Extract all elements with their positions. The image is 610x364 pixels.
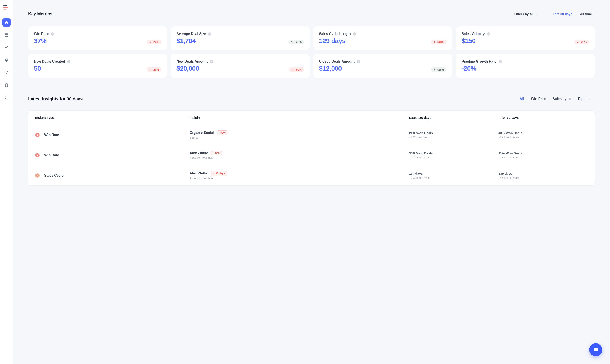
help-icon[interactable]: ? (487, 32, 490, 36)
row-prior-cell: 139 days 14 Closed Deals (498, 172, 588, 179)
prior-secondary: 14 Closed Deals (498, 156, 588, 159)
insight-title: Organic Social (190, 131, 214, 135)
insights-tabs: All Win Rate Sales cycle Pipeline (512, 95, 595, 103)
metric-delta: +40% (437, 40, 444, 44)
tab-win-rate[interactable]: Win Rate (528, 95, 549, 103)
nav-pie[interactable] (2, 56, 11, 64)
metric-card[interactable]: Average Deal Size ? $1,704 +25% (171, 26, 310, 50)
arrow-down-icon (149, 41, 151, 43)
arrow-down-icon (433, 41, 436, 43)
metric-card[interactable]: Win Rate ? 37% -22% (28, 26, 167, 50)
nav-home[interactable] (2, 18, 11, 27)
trend-icon (4, 45, 9, 50)
arrow-down-icon (292, 68, 294, 71)
insight-title: Alex Zlotko (190, 151, 208, 155)
row-type-cell: Sales Cycle (35, 173, 190, 178)
filter-by-ae[interactable]: Filters by AE (511, 10, 541, 17)
svg-rect-0 (5, 34, 8, 37)
calendar-icon (4, 33, 9, 37)
help-icon[interactable]: ? (51, 32, 54, 36)
report-icon (4, 70, 9, 75)
time-all-time[interactable]: All-time (577, 10, 595, 17)
row-insight-cell: Organic Social - 50% Source (190, 130, 409, 139)
metric-card[interactable]: Pipeline Growth Rate ? -20% (456, 54, 595, 78)
time-last-30[interactable]: Last 30 days (550, 10, 575, 17)
row-insight-cell: Alex Zlotko + 35 days Account Executive (190, 171, 409, 180)
metric-card[interactable]: New Deals Amount ? $20,000 -50% (171, 54, 310, 78)
insights-table: Insight Type Insight Latest 30 days Prio… (28, 110, 595, 186)
nav-trend[interactable] (2, 43, 11, 52)
row-type-label: Win Rate (44, 133, 59, 137)
help-icon[interactable]: ? (357, 60, 360, 63)
row-type-label: Sales Cycle (44, 174, 64, 178)
metric-value: 129 days (319, 37, 345, 44)
help-icon[interactable]: ? (208, 32, 212, 36)
trend-down-icon (35, 153, 40, 157)
help-icon[interactable]: ? (67, 60, 70, 63)
metrics-header: Key Metrics Filters by AE Last 30 days A… (28, 10, 595, 17)
table-row[interactable]: Sales Cycle Alex Zlotko + 35 days Accoun… (28, 165, 595, 185)
metric-label: Average Deal Size (176, 32, 206, 36)
table-row[interactable]: Win Rate Alex Zlotko - 12% Account Execu… (28, 145, 595, 165)
insight-sub: Source (190, 136, 409, 139)
prior-secondary: 14 Closed Deals (498, 176, 588, 179)
arrow-up-icon (291, 41, 293, 43)
latest-secondary: 42 Closed Deals (409, 136, 498, 139)
metric-value: $150 (462, 37, 476, 44)
metric-delta-badge: -22% (147, 39, 161, 44)
main-content: Key Metrics Filters by AE Last 30 days A… (13, 0, 610, 364)
latest-secondary: 10 Closed Deals (409, 156, 498, 159)
col-header-type: Insight Type (35, 116, 190, 119)
metric-value: $12,000 (319, 65, 342, 72)
metric-delta: -25% (580, 40, 587, 44)
nav-calendar[interactable] (2, 31, 11, 39)
trend-down-icon (35, 133, 40, 137)
app-logo (3, 4, 10, 10)
row-prior-cell: 41% Won Deals 14 Closed Deals (498, 151, 588, 159)
metric-card[interactable]: Closed Deals Amount ? $12,000 +25% (313, 54, 452, 78)
insight-title: Alex Zlotko (190, 171, 208, 175)
nav-user-settings[interactable] (2, 93, 11, 102)
nav-clipboard[interactable] (2, 81, 11, 89)
col-header-prior: Prior 30 days (498, 116, 588, 119)
tab-sales-cycle[interactable]: Sales cycle (549, 95, 575, 103)
metric-label: Pipeline Growth Rate (462, 60, 496, 64)
arrow-down-icon (149, 68, 151, 71)
table-row[interactable]: Win Rate Organic Social - 50% Source 21%… (28, 125, 595, 145)
metric-value: 50 (34, 65, 41, 72)
time-range-toggle: Last 30 days All-time (550, 10, 595, 17)
row-insight-cell: Alex Zlotko - 12% Account Executive (190, 151, 409, 159)
prior-primary: 41% Won Deals (498, 151, 588, 155)
insight-sub: Account Executive (190, 156, 409, 159)
prior-secondary: 51 Closed Deals (498, 136, 588, 139)
metric-card[interactable]: Sales Velocity ? $150 -25% (456, 26, 595, 50)
metric-delta: -20% (153, 68, 159, 71)
tab-all[interactable]: All (516, 95, 528, 103)
pie-chart-icon (4, 58, 9, 62)
row-latest-cell: 174 days 10 Closed Deals (409, 172, 498, 179)
help-icon[interactable]: ? (499, 60, 502, 63)
row-type-label: Win Rate (44, 153, 59, 157)
help-icon[interactable]: ? (353, 32, 356, 36)
latest-primary: 21% Won Deals (409, 131, 498, 135)
chat-button[interactable] (589, 343, 602, 356)
metric-value: $1,704 (176, 37, 196, 44)
metrics-grid: Win Rate ? 37% -22% Average Deal Size ? … (28, 26, 595, 78)
help-icon[interactable]: ? (210, 60, 213, 63)
metric-label: Sales Velocity (462, 32, 485, 36)
metric-label: New Deals Amount (176, 60, 208, 64)
col-header-insight: Insight (190, 116, 409, 119)
metric-label: Closed Deals Amount (319, 60, 355, 64)
trend-up-icon (35, 173, 40, 178)
metric-card[interactable]: Sales Cycle Length ? 129 days +40% (313, 26, 452, 50)
tab-pipeline[interactable]: Pipeline (575, 95, 595, 103)
metric-delta-badge: -50% (289, 67, 304, 72)
metric-card[interactable]: New Deals Created ? 50 -20% (28, 54, 167, 78)
metric-delta-badge: +25% (288, 39, 304, 44)
nav-report[interactable] (2, 68, 11, 77)
metric-delta-badge: +25% (431, 67, 447, 72)
divider (545, 12, 545, 17)
metric-label: Sales Cycle Length (319, 32, 351, 36)
latest-primary: 174 days (409, 172, 498, 175)
prior-primary: 43% Won Deals (498, 131, 588, 135)
